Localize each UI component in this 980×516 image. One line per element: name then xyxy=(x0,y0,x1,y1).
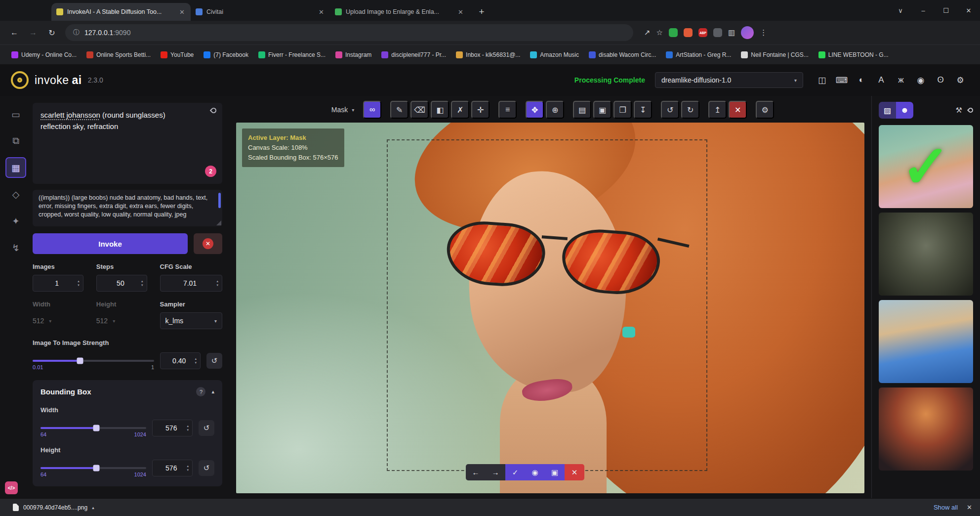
width-select[interactable]: 512 ▾ xyxy=(33,312,83,329)
stepper-arrows-icon[interactable]: ▴▾ xyxy=(216,279,218,288)
bbox-width-reset-button[interactable]: ↺ xyxy=(199,420,214,436)
sampler-select[interactable]: k_lms ▾ xyxy=(160,312,222,329)
images-stepper[interactable]: 1 ▴▾ xyxy=(33,275,83,292)
browser-menu-icon[interactable]: ⋮ xyxy=(760,28,767,37)
stepper-arrows-icon[interactable]: ▴▾ xyxy=(195,357,197,365)
invoke-button[interactable]: Invoke xyxy=(33,233,188,254)
bbox-height-stepper[interactable]: 576 ▴▾ xyxy=(152,460,193,476)
bbox-width-stepper[interactable]: 576 ▴▾ xyxy=(152,420,193,436)
forward-button[interactable]: → xyxy=(25,24,41,41)
upload-image-button[interactable]: ↥ xyxy=(708,101,727,119)
copy-to-clipboard-button[interactable]: ❐ xyxy=(613,101,632,119)
i2i-strength-stepper[interactable]: 0.40 ▴▾ xyxy=(160,352,201,369)
save-to-gallery-button[interactable]: ▣ xyxy=(593,101,612,119)
bookmark-youtube[interactable]: YouTube xyxy=(156,49,198,60)
reload-button[interactable]: ↻ xyxy=(43,24,60,41)
redo-button[interactable]: ↻ xyxy=(681,101,699,119)
bbox-width-slider[interactable]: 64 1024 xyxy=(41,427,146,429)
adblock-extension-icon[interactable]: ABP xyxy=(698,28,707,37)
show-all-downloads-link[interactable]: Show all xyxy=(934,504,958,511)
localization-icon[interactable]: A xyxy=(872,71,890,89)
model-select[interactable]: dreamlike-diffusion-1.0 ▾ xyxy=(655,72,803,88)
maximize-button[interactable]: ☐ xyxy=(935,0,957,21)
bookmark-inbox[interactable]: Inbox - klk56831@... xyxy=(451,49,525,60)
close-download-bar-icon[interactable]: ✕ xyxy=(967,504,972,511)
slider-handle[interactable] xyxy=(77,358,83,364)
reset-view-button[interactable]: ⊕ xyxy=(546,101,564,119)
gallery-thumbnail-2[interactable] xyxy=(879,213,973,296)
bbox-height-slider[interactable]: 64 1024 xyxy=(41,467,146,469)
browser-tab-invokeai[interactable]: InvokeAI - A Stable Diffusion Too... ✕ xyxy=(51,3,191,21)
github-icon[interactable]: ◉ xyxy=(912,71,930,89)
bookmark-star-icon[interactable]: ☆ xyxy=(656,28,663,37)
fill-tool-button[interactable]: ◧ xyxy=(431,101,449,119)
slider-handle[interactable] xyxy=(93,425,100,431)
tab-nodes[interactable]: ◇ xyxy=(5,184,26,205)
extension-icon-green[interactable] xyxy=(669,28,678,37)
new-tab-button[interactable]: + xyxy=(474,4,489,19)
layer-select[interactable]: Mask ▾ xyxy=(327,101,359,119)
download-caret-icon[interactable]: ▴ xyxy=(92,505,94,510)
bookmark-udemy[interactable]: Udemy - Online Co... xyxy=(7,49,81,60)
settings-gear-icon[interactable]: ⚙ xyxy=(951,71,969,89)
extensions-puzzle-icon[interactable] xyxy=(713,28,722,37)
tab-close-icon[interactable]: ✕ xyxy=(178,8,186,16)
report-bug-icon[interactable]: ж xyxy=(892,71,910,89)
tab-unified-canvas[interactable]: ▦ xyxy=(5,157,26,178)
accept-image-button[interactable]: ✓ xyxy=(505,464,525,480)
extension-icon-orange[interactable] xyxy=(684,28,693,37)
close-window-button[interactable]: ✕ xyxy=(957,0,980,21)
gallery-thumbnail-3[interactable] xyxy=(879,300,973,383)
bookmark-instagram[interactable]: Instagram xyxy=(331,49,376,60)
discard-staging-button[interactable]: ✕ xyxy=(565,464,584,480)
cfg-scale-stepper[interactable]: 7.01 ▴▾ xyxy=(160,275,222,292)
gallery-images-tab[interactable]: ▨ xyxy=(879,102,896,119)
theme-icon[interactable]: ◐ xyxy=(853,71,870,89)
help-icon[interactable]: ? xyxy=(196,387,205,396)
mask-toggle-button[interactable]: ∞ xyxy=(363,101,381,119)
undo-button[interactable]: ↺ xyxy=(661,101,679,119)
color-picker-button[interactable]: ✛ xyxy=(471,101,490,119)
merge-layers-button[interactable]: ▤ xyxy=(573,101,591,119)
bookmark-sports-betting[interactable]: Online Sports Betti... xyxy=(82,49,155,60)
stepper-arrows-icon[interactable]: ▴▾ xyxy=(141,279,143,288)
site-info-icon[interactable]: ⓘ xyxy=(73,28,80,37)
next-image-button[interactable]: → xyxy=(486,464,505,480)
back-button[interactable]: ← xyxy=(6,24,23,41)
stepper-arrows-icon[interactable]: ▴▾ xyxy=(78,279,80,288)
i2i-reset-button[interactable]: ↺ xyxy=(206,353,222,369)
bookmark-fiverr[interactable]: Fiverr - Freelance S... xyxy=(254,49,330,60)
bbox-height-reset-button[interactable]: ↺ xyxy=(199,460,214,476)
gallery-thumbnail-4[interactable] xyxy=(879,387,973,471)
gallery-results-tab[interactable]: ☻ xyxy=(896,102,913,119)
tab-post-processing[interactable]: ✦ xyxy=(5,211,26,231)
profile-avatar[interactable] xyxy=(741,26,754,39)
scrollbar-thumb[interactable] xyxy=(218,193,221,208)
tab-text-to-image[interactable]: ▭ xyxy=(5,104,26,125)
bookmark-wacom[interactable]: disable Wacom Circ... xyxy=(584,49,660,60)
i2i-strength-slider[interactable]: 0.01 1 xyxy=(33,360,154,362)
steps-stepper[interactable]: 50 ▴▾ xyxy=(96,275,147,292)
discord-icon[interactable]: ʘ xyxy=(932,71,949,89)
clear-canvas-button[interactable]: ✕ xyxy=(729,101,747,119)
clear-mask-button[interactable]: ✗ xyxy=(451,101,469,119)
previous-image-button[interactable]: ← xyxy=(466,464,486,480)
collapse-chevron-icon[interactable]: ▴ xyxy=(211,388,214,395)
tab-search-icon[interactable]: ∨ xyxy=(889,0,912,21)
bookmark-disciple[interactable]: discipleneil777 - Pr... xyxy=(377,49,450,60)
move-tool-button[interactable]: ✥ xyxy=(526,101,544,119)
negative-prompt-input[interactable]: ((implants)) (large boobs) nude bad anat… xyxy=(33,190,222,226)
browser-tab-civitai[interactable]: Civitai ✕ xyxy=(191,3,330,21)
tab-image-to-image[interactable]: ⧉ xyxy=(5,130,26,151)
bookmark-facebook[interactable]: (7) Facebook xyxy=(199,49,253,60)
toggle-preview-button[interactable]: ◉ xyxy=(525,464,545,480)
brush-tool-button[interactable]: ✎ xyxy=(390,101,408,119)
gallery-thumbnail-1[interactable]: ✓ xyxy=(879,125,973,208)
save-staging-button[interactable]: ▣ xyxy=(545,464,565,480)
minimize-button[interactable]: – xyxy=(912,0,935,21)
bookmark-webtoon[interactable]: LINE WEBTOON - G... xyxy=(814,49,893,60)
bookmark-artstation[interactable]: ArtStation - Greg R... xyxy=(661,49,735,60)
model-manager-icon[interactable]: ◫ xyxy=(813,71,831,89)
canvas-settings-button[interactable]: ⚙ xyxy=(756,101,774,119)
tab-close-icon[interactable]: ✕ xyxy=(318,8,325,16)
